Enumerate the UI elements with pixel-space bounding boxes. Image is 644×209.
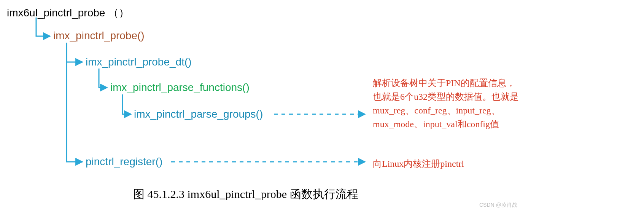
func-parse-functions: imx_pinctrl_parse_functions() <box>110 81 250 94</box>
func-level1: imx_pinctrl_probe() <box>53 30 145 42</box>
desc-parse-groups: 解析设备树中关于PIN的配置信息，也就是6个u32类型的数据值。也就是mux_r… <box>373 76 519 131</box>
func-pinctrl-register: pinctrl_register() <box>86 156 162 168</box>
watermark: CSDN @凌肖战 <box>479 202 517 209</box>
func-parse-groups: imx_pinctrl_parse_groups() <box>134 108 263 120</box>
func-root: imx6ul_pinctrl_probe （） <box>7 6 129 20</box>
func-probe-dt: imx_pinctrl_probe_dt() <box>86 56 192 68</box>
figure-caption: 图 45.1.2.3 imx6ul_pinctrl_probe 函数执行流程 <box>133 187 358 202</box>
desc-register: 向Linux内核注册pinctrl <box>373 157 464 171</box>
